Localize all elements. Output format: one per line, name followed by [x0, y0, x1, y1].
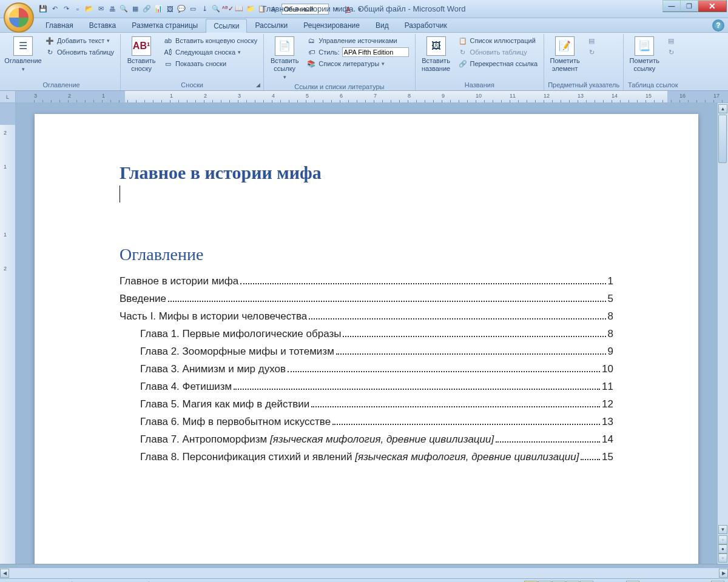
toc-leader	[332, 424, 600, 425]
toc-page: 12	[602, 398, 613, 410]
insert-footnote-button[interactable]: AB¹ Вставить сноску	[124, 35, 158, 74]
toc-heading[interactable]: Оглавление	[120, 245, 613, 264]
tab-layout[interactable]: Разметка страницы	[124, 18, 206, 32]
group-toa: 📃 Пометить ссылку ▤ ↻ Таблица ссылок	[624, 34, 682, 90]
maximize-button[interactable]	[680, 0, 698, 12]
qat-image-icon[interactable]: 🖼	[164, 4, 175, 15]
tab-developer[interactable]: Разработчик	[397, 18, 455, 32]
update-captions-button[interactable]: ↻Обновить таблицу	[456, 47, 541, 58]
qat-table-icon[interactable]: ▦	[130, 4, 141, 15]
group-captions: 🖼 Вставить название 📋Список иллюстраций …	[416, 34, 545, 90]
ruler-corner[interactable]: L	[0, 91, 16, 102]
qat-link-icon[interactable]: 🔗	[141, 4, 152, 15]
tab-review[interactable]: Рецензирование	[295, 18, 368, 32]
toc-entry[interactable]: Глава 6. Миф в первобытном искусстве13	[120, 416, 613, 428]
toc-text: Глава 3. Анимизм и мир духов	[140, 363, 286, 375]
insert-citation-button[interactable]: 📄 Вставить ссылку	[268, 35, 302, 82]
group-footnotes-label: Сноски	[124, 80, 260, 90]
mark-entry-button[interactable]: 📝 Пометить элемент	[548, 35, 582, 74]
figures-list-button[interactable]: 📋Список иллюстраций	[456, 35, 541, 46]
endnote-label: Вставить концевую сноску	[175, 37, 257, 44]
help-button[interactable]: ?	[712, 19, 724, 32]
next-page-button[interactable]: ◦	[718, 554, 727, 563]
status-bar: Страница: 1 из 143 Число слов: 46 817 ✎📕…	[0, 578, 728, 582]
toc-text: Глава 1. Первые мифологические образы	[140, 328, 341, 340]
citation-style-select[interactable]	[342, 47, 409, 57]
mark-citation-button[interactable]: 📃 Пометить ссылку	[627, 35, 661, 74]
toc-button-label: Оглавление	[4, 57, 41, 65]
toc-entry[interactable]: Главное в истории мифа1	[120, 275, 613, 287]
qat-redo-icon[interactable]: ↷	[61, 4, 72, 15]
insert-index-button[interactable]: ▤	[584, 35, 599, 46]
tab-insert[interactable]: Вставка	[81, 18, 124, 32]
next-footnote-button[interactable]: A₿Следующая сноска	[161, 47, 260, 58]
toc-entry[interactable]: Глава 2. Зооморфные мифы и тотемизм9	[120, 346, 613, 358]
toc-text: Глава 2. Зооморфные мифы и тотемизм	[140, 346, 334, 358]
update-toa-button[interactable]: ↻	[664, 47, 678, 58]
office-button[interactable]	[4, 2, 34, 33]
toc-leader	[311, 406, 600, 407]
scroll-left-button[interactable]: ◀	[0, 569, 9, 578]
qat-undo-icon[interactable]: ↶	[49, 4, 60, 15]
qat-save-icon[interactable]: 💾	[38, 4, 49, 15]
scroll-down-button[interactable]: ▼	[718, 525, 727, 534]
page[interactable]: Главное в истории мифа Оглавление Главно…	[35, 114, 698, 564]
update-index-button[interactable]: ↻	[584, 47, 599, 58]
document-viewport[interactable]: Главное в истории мифа Оглавление Главно…	[16, 103, 717, 564]
minimize-button[interactable]	[662, 0, 681, 12]
toc-page: 14	[602, 433, 613, 446]
browse-object-button[interactable]: ●	[718, 544, 727, 554]
horizontal-scrollbar[interactable]: ◀ ▶	[0, 567, 728, 578]
update-toc-button[interactable]: ↻Обновить таблицу	[42, 47, 116, 58]
horizontal-ruler[interactable]: L 3211234567891011121314151617	[0, 91, 728, 103]
show-footnotes-button[interactable]: ▭Показать сноски	[161, 58, 260, 69]
scroll-right-button[interactable]: ▶	[719, 569, 728, 578]
footnotes-dialog-launcher[interactable]: ◢	[254, 81, 262, 89]
qat-open-icon[interactable]: 📂	[84, 4, 95, 15]
insert-endnote-button[interactable]: abВставить концевую сноску	[161, 35, 260, 46]
tab-home[interactable]: Главная	[38, 18, 81, 32]
toc-entry[interactable]: Глава 8. Персонификация стихий и явлений…	[120, 451, 613, 463]
biblio-icon: 📚	[306, 59, 316, 69]
show-icon: ▭	[163, 59, 173, 69]
bibliography-button[interactable]: 📚Список литературы	[304, 58, 411, 69]
toc-entry[interactable]: Глава 3. Анимизм и мир духов10	[120, 363, 613, 375]
toc-button[interactable]: ☰ Оглавление	[6, 35, 40, 74]
add-text-button[interactable]: ➕Добавить текст	[42, 35, 116, 46]
insert-toa-button[interactable]: ▤	[664, 35, 678, 46]
toc-entry[interactable]: Глава 7. Антропоморфизм [языческая мифол…	[120, 433, 613, 446]
toc-entry[interactable]: Введение5	[120, 293, 613, 305]
vertical-scrollbar[interactable]: ▲ ▼ ◦ ● ◦	[717, 103, 728, 564]
tab-references[interactable]: Ссылки	[206, 19, 247, 33]
vertical-ruler[interactable]: 2112	[0, 103, 16, 564]
insert-caption-button[interactable]: 🖼 Вставить название	[419, 35, 453, 74]
qat-print-icon[interactable]: 🖶	[107, 4, 118, 15]
text-cursor	[120, 186, 613, 202]
group-index: 📝 Пометить элемент ▤ ↻ Предметный указат…	[544, 34, 624, 90]
ruler-scale: 3211234567891011121314151617	[16, 91, 728, 102]
insert-footnote-label: Вставить сноску	[126, 57, 157, 73]
tab-view[interactable]: Вид	[368, 18, 397, 32]
toc-page: 5	[608, 293, 613, 305]
toc-container[interactable]: Главное в истории мифа1Введение5Часть I.…	[120, 275, 613, 463]
toc-leader	[343, 336, 605, 337]
manage-sources-button[interactable]: 🗂Управление источниками	[304, 35, 411, 46]
document-title[interactable]: Главное в истории мифа	[120, 162, 613, 183]
scroll-up-button[interactable]: ▲	[718, 104, 727, 113]
toc-entry[interactable]: Часть I. Мифы в истории человечества8	[120, 310, 613, 323]
toc-entry[interactable]: Глава 5. Магия как миф в действии12	[120, 398, 613, 410]
toc-page: 8	[608, 328, 613, 340]
tab-mailings[interactable]: Рассылки	[247, 18, 295, 32]
toc-entry[interactable]: Глава 1. Первые мифологические образы8	[120, 328, 613, 340]
qat-new-icon[interactable]: ▫	[72, 4, 83, 15]
qat-preview-icon[interactable]: 🔍	[118, 4, 129, 15]
qat-chart-icon[interactable]: 📊	[153, 4, 164, 15]
close-button[interactable]	[698, 0, 727, 12]
prev-page-button[interactable]: ◦	[718, 535, 727, 544]
cross-reference-button[interactable]: 🔗Перекрестная ссылка	[456, 58, 541, 69]
mark-cit-icon: 📃	[635, 36, 654, 56]
toc-entry[interactable]: Глава 4. Фетишизм11	[120, 381, 613, 393]
qat-mail-icon[interactable]: ✉	[95, 4, 106, 15]
scroll-thumb[interactable]	[718, 115, 727, 163]
toc-leader	[496, 441, 600, 443]
